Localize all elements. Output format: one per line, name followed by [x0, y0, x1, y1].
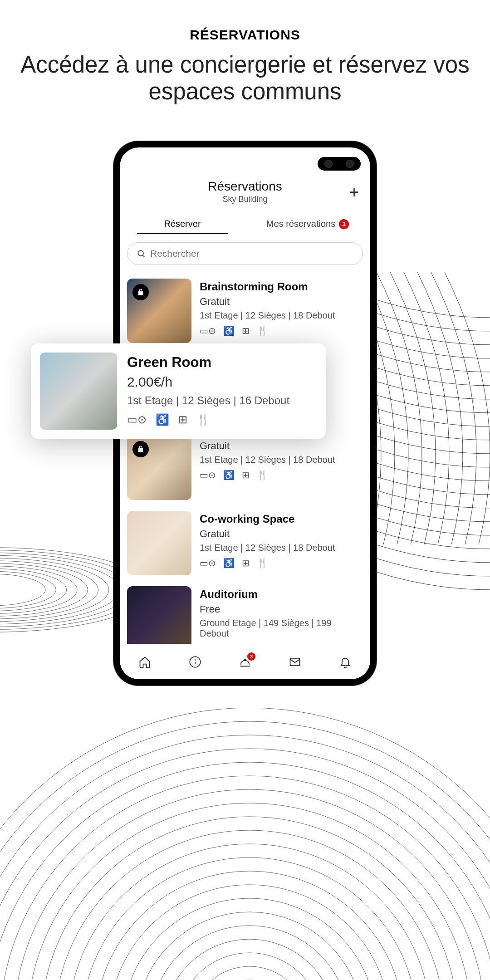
- bottom-nav: 3: [120, 644, 370, 679]
- svg-point-21: [68, 844, 431, 980]
- svg-point-7: [0, 566, 77, 614]
- svg-point-4: [0, 558, 109, 622]
- nav-info[interactable]: [188, 655, 202, 669]
- svg-point-6: [0, 564, 88, 617]
- svg-point-30: [191, 966, 309, 980]
- svg-point-29: [177, 953, 322, 980]
- room-details: 1st Etage | 12 Sièges | 18 Debout: [200, 543, 363, 553]
- room-details: 1st Etage | 12 Sièges | 16 Debout: [127, 394, 317, 407]
- projector-icon: ▭⊙: [200, 558, 216, 568]
- catering-icon: 🍴: [257, 325, 268, 336]
- room-price: 2.00€/h: [127, 374, 317, 390]
- accessible-icon: ♿: [223, 325, 235, 336]
- accessible-icon: ♿: [223, 470, 235, 480]
- svg-point-3: [0, 555, 119, 624]
- room-image: [127, 436, 191, 500]
- accessible-icon: ♿: [223, 558, 235, 568]
- amenities: ▭⊙ ♿ ⊞ 🍴: [200, 558, 363, 568]
- svg-point-14: [0, 749, 490, 980]
- catering-icon: 🍴: [257, 558, 268, 568]
- table-icon: ⊞: [242, 325, 250, 336]
- svg-point-9: [0, 571, 56, 608]
- room-details: Ground Etage | 149 Sièges | 199 Debout: [200, 618, 363, 639]
- svg-point-23: [95, 871, 404, 980]
- svg-point-28: [163, 939, 336, 980]
- amenities: ▭⊙ ♿ ⊞ 🍴: [200, 470, 363, 480]
- room-item-highlighted[interactable]: Green Room 2.00€/h 1st Etage | 12 Sièges…: [31, 343, 326, 439]
- lock-icon: [132, 284, 149, 300]
- svg-point-24: [109, 885, 390, 980]
- decorative-wireframe: [0, 708, 490, 980]
- promo-title: Accédez à une conciergerie et réservez v…: [18, 52, 472, 105]
- room-item[interactable]: Brainstorming Room Gratuit 1st Etage | 1…: [124, 273, 366, 348]
- amenities: ▭⊙ ♿ ⊞ 🍴: [200, 325, 363, 336]
- catering-icon: 🍴: [196, 413, 210, 426]
- room-name: Green Room: [127, 354, 317, 371]
- svg-point-19: [41, 817, 458, 980]
- projector-icon: ▭⊙: [200, 470, 216, 480]
- tab-label: Mes réservations: [266, 219, 335, 229]
- page-subtitle: Sky Building: [129, 195, 361, 204]
- projector-icon: ▭⊙: [127, 413, 147, 426]
- nav-notifications[interactable]: [338, 655, 352, 669]
- catering-icon: 🍴: [257, 470, 268, 480]
- lock-icon: [132, 441, 149, 457]
- room-price: Gratuit: [200, 440, 363, 452]
- svg-point-13: [0, 735, 490, 980]
- tab-reserve[interactable]: Réserver: [120, 214, 245, 234]
- svg-point-12: [0, 721, 490, 980]
- svg-point-16: [0, 776, 490, 980]
- room-name: Brainstorming Room: [200, 280, 363, 293]
- svg-line-35: [142, 255, 144, 257]
- room-price: Gratuit: [200, 296, 363, 308]
- search-icon: [137, 249, 146, 258]
- room-image: [40, 353, 117, 430]
- svg-point-15: [0, 762, 490, 980]
- svg-point-27: [150, 926, 349, 980]
- svg-point-20: [54, 830, 445, 980]
- concierge-badge: 3: [247, 652, 255, 661]
- nav-messages[interactable]: [288, 655, 302, 669]
- svg-point-22: [82, 858, 417, 980]
- room-item[interactable]: Co-working Space Gratuit 1st Etage | 12 …: [124, 505, 366, 581]
- reservation-count-badge: 3: [339, 219, 349, 229]
- room-details: 1st Etage | 12 Sièges | 18 Debout: [200, 455, 363, 465]
- page-title: Réservations: [129, 179, 361, 194]
- room-item[interactable]: Gratuit 1st Etage | 12 Sièges | 18 Debou…: [124, 430, 366, 505]
- table-icon: ⊞: [242, 470, 250, 480]
- search-input[interactable]: [127, 242, 363, 265]
- svg-point-10: [0, 574, 45, 606]
- svg-rect-39: [290, 658, 300, 666]
- svg-point-38: [195, 660, 195, 660]
- svg-point-17: [14, 789, 485, 980]
- room-price: Gratuit: [200, 528, 363, 540]
- svg-point-34: [138, 251, 143, 256]
- svg-point-11: [0, 708, 490, 980]
- room-image: [127, 586, 191, 651]
- accessible-icon: ♿: [156, 413, 169, 426]
- tab-label: Réserver: [164, 219, 201, 229]
- room-name: Co-working Space: [200, 513, 363, 525]
- add-button[interactable]: +: [349, 183, 359, 202]
- svg-point-18: [27, 803, 472, 980]
- projector-icon: ▭⊙: [200, 325, 216, 336]
- phone-camera: [318, 157, 361, 171]
- svg-point-8: [0, 568, 67, 611]
- svg-point-26: [136, 912, 363, 980]
- table-icon: ⊞: [178, 413, 187, 426]
- room-price: Free: [200, 603, 363, 615]
- room-name: Auditorium: [200, 588, 363, 601]
- room-image: [127, 511, 191, 575]
- tab-my-reservations[interactable]: Mes réservations 3: [245, 214, 370, 234]
- table-icon: ⊞: [242, 558, 250, 568]
- amenities: ▭⊙ ♿ ⊞ 🍴: [127, 413, 317, 426]
- promo-kicker: RÉSERVATIONS: [18, 27, 472, 43]
- room-details: 1st Etage | 12 Sièges | 18 Debout: [200, 310, 363, 321]
- svg-point-5: [0, 561, 98, 619]
- room-image: [127, 279, 191, 343]
- nav-concierge[interactable]: 3: [238, 655, 252, 669]
- svg-point-2: [0, 553, 130, 627]
- nav-home[interactable]: [138, 655, 152, 669]
- search-field[interactable]: [150, 248, 353, 259]
- svg-point-25: [122, 898, 377, 980]
